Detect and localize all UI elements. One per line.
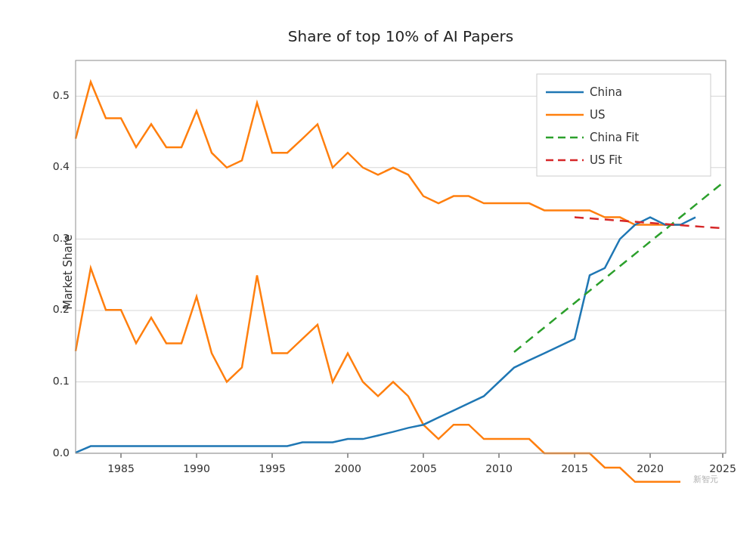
- svg-text:1995: 1995: [259, 462, 286, 474]
- legend-china-fit-label: China Fit: [590, 131, 639, 144]
- legend-china-label: China: [590, 85, 622, 99]
- chart-title: Share of top 10% of AI Papers: [76, 27, 726, 45]
- legend-us-fit-label: US Fit: [590, 153, 622, 167]
- svg-text:2010: 2010: [485, 462, 513, 474]
- svg-text:2020: 2020: [637, 462, 664, 474]
- svg-text:2015: 2015: [561, 462, 588, 474]
- svg-text:1985: 1985: [107, 462, 135, 474]
- y-axis-label: Market Share: [61, 234, 75, 310]
- main-chart-svg: 0.0 0.1 0.2 0.3 0.4 0.5 1985 1990 1995 2…: [76, 53, 726, 491]
- watermark: 新智元: [693, 474, 718, 485]
- svg-text:0.4: 0.4: [53, 160, 70, 172]
- chart-container: Share of top 10% of AI Papers Market Sha…: [15, 12, 741, 541]
- svg-text:0.1: 0.1: [53, 375, 70, 387]
- svg-text:2000: 2000: [334, 462, 361, 474]
- svg-text:1990: 1990: [183, 462, 210, 474]
- chart-area: Market Share 0.0 0.1 0.2 0.3: [76, 53, 726, 491]
- svg-text:2005: 2005: [410, 462, 437, 474]
- svg-text:2025: 2025: [709, 462, 736, 474]
- legend-us-label: US: [590, 108, 606, 122]
- svg-text:0.5: 0.5: [53, 89, 70, 101]
- svg-text:0.0: 0.0: [53, 446, 70, 459]
